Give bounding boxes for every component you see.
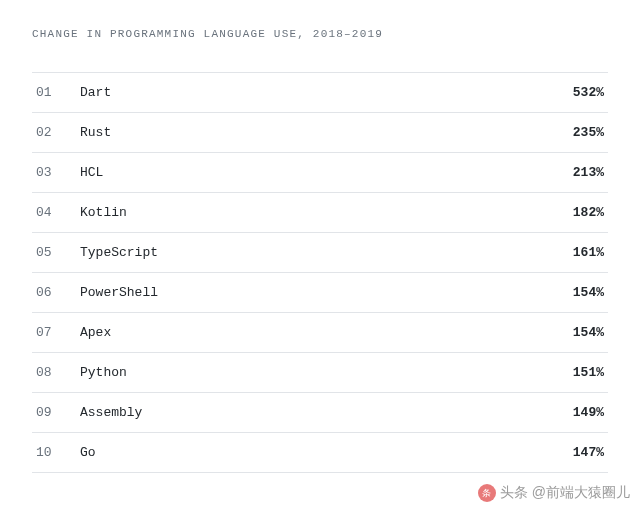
rank: 03: [36, 165, 80, 180]
percent-change: 151%: [573, 365, 604, 380]
table-row: 03 HCL 213%: [32, 153, 608, 193]
percent-change: 161%: [573, 245, 604, 260]
watermark-text: 头条 @前端大猿圈儿: [500, 484, 630, 502]
percent-change: 147%: [573, 445, 604, 460]
table-row: 06 PowerShell 154%: [32, 273, 608, 313]
percent-change: 154%: [573, 325, 604, 340]
language-name: HCL: [80, 165, 573, 180]
table-row: 04 Kotlin 182%: [32, 193, 608, 233]
watermark: 头条 @前端大猿圈儿: [478, 484, 630, 502]
table-row: 10 Go 147%: [32, 433, 608, 473]
rank: 10: [36, 445, 80, 460]
rank: 06: [36, 285, 80, 300]
table-row: 07 Apex 154%: [32, 313, 608, 353]
language-name: TypeScript: [80, 245, 573, 260]
page-container: CHANGE IN PROGRAMMING LANGUAGE USE, 2018…: [0, 0, 640, 493]
toutiao-icon: [478, 484, 496, 502]
language-list: 01 Dart 532% 02 Rust 235% 03 HCL 213% 04…: [32, 72, 608, 473]
percent-change: 149%: [573, 405, 604, 420]
percent-change: 213%: [573, 165, 604, 180]
rank: 02: [36, 125, 80, 140]
page-title: CHANGE IN PROGRAMMING LANGUAGE USE, 2018…: [32, 28, 608, 40]
table-row: 09 Assembly 149%: [32, 393, 608, 433]
language-name: Kotlin: [80, 205, 573, 220]
percent-change: 235%: [573, 125, 604, 140]
language-name: Rust: [80, 125, 573, 140]
table-row: 08 Python 151%: [32, 353, 608, 393]
language-name: PowerShell: [80, 285, 573, 300]
table-row: 02 Rust 235%: [32, 113, 608, 153]
language-name: Python: [80, 365, 573, 380]
rank: 04: [36, 205, 80, 220]
table-row: 05 TypeScript 161%: [32, 233, 608, 273]
rank: 08: [36, 365, 80, 380]
rank: 09: [36, 405, 80, 420]
rank: 05: [36, 245, 80, 260]
language-name: Apex: [80, 325, 573, 340]
rank: 01: [36, 85, 80, 100]
language-name: Assembly: [80, 405, 573, 420]
percent-change: 182%: [573, 205, 604, 220]
language-name: Dart: [80, 85, 573, 100]
percent-change: 532%: [573, 85, 604, 100]
table-row: 01 Dart 532%: [32, 72, 608, 113]
percent-change: 154%: [573, 285, 604, 300]
rank: 07: [36, 325, 80, 340]
language-name: Go: [80, 445, 573, 460]
